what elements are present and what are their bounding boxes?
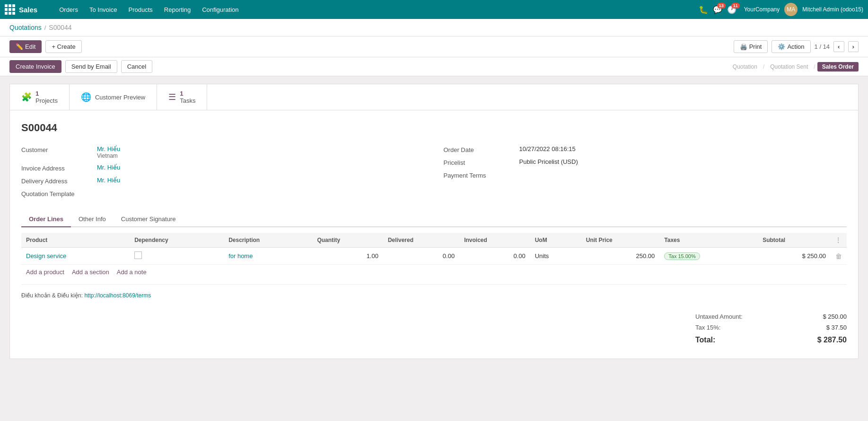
pricelist-field: Pricelist Public Pricelist (USD) (444, 158, 847, 166)
edit-icon: ✏️ (16, 43, 23, 50)
col-header-product: Product (21, 233, 130, 248)
tab-order-lines[interactable]: Order Lines (21, 212, 71, 227)
form-card: S00044 Customer Mr. Hiếu Vietnam Invoice… (9, 110, 859, 359)
topnav-right: 🐛 💬 13 🕐 11 YourCompany MA Mitchell Admi… (699, 3, 863, 16)
customer-name[interactable]: Mr. Hiếu (97, 145, 120, 152)
grid-icon (5, 4, 15, 15)
breadcrumb: Quotations / S00044 (0, 19, 868, 36)
cell-description: for home (224, 248, 312, 265)
table-row: Design service for home 1.00 0.00 0.00 U… (21, 248, 847, 265)
status-step-sales-order: Sales Order (817, 62, 859, 72)
app-logo[interactable]: Sales (5, 4, 47, 15)
tasks-icon: ☰ (168, 92, 176, 102)
cell-product: Design service (21, 248, 130, 265)
cell-dependency (130, 248, 224, 265)
description-link[interactable]: for home (228, 252, 253, 260)
customer-field: Customer Mr. Hiếu Vietnam (21, 145, 425, 159)
order-date-field: Order Date 10/27/2022 08:16:15 (444, 145, 847, 153)
col-header-actions: ⋮ (831, 233, 847, 248)
create-button[interactable]: + Create (45, 40, 81, 53)
tabs: Order Lines Other Info Customer Signatur… (21, 212, 847, 227)
globe-icon: 🌐 (81, 92, 91, 102)
add-section-link[interactable]: Add a section (72, 269, 109, 276)
avatar[interactable]: MA (784, 3, 798, 16)
menu-reporting[interactable]: Reporting (159, 4, 195, 15)
menu-configuration[interactable]: Configuration (197, 4, 243, 15)
top-menu: Orders To Invoice Products Reporting Con… (54, 4, 698, 15)
order-lines-table: Product Dependency Description Quantity … (21, 233, 847, 265)
terms-section: Điều khoản & Điều kiện: http://localhost… (21, 292, 847, 299)
send-email-button[interactable]: Send by Email (65, 60, 117, 73)
add-note-link[interactable]: Add a note (117, 269, 147, 276)
breadcrumb-current: S00044 (49, 24, 71, 31)
totals-section: Untaxed Amount: $ 250.00 Tax 15%: $ 37.5… (21, 306, 847, 347)
invoice-address-field: Invoice Address Mr. Hiếu (21, 164, 425, 172)
cell-unit-price: 250.00 (581, 248, 660, 265)
messages-button[interactable]: 💬 13 (713, 5, 722, 14)
prev-button[interactable]: ‹ (833, 41, 844, 52)
company-name: YourCompany (744, 6, 780, 13)
smart-buttons-bar: 🧩 1 Projects 🌐 Customer Preview ☰ 1 Task… (9, 84, 859, 110)
menu-orders[interactable]: Orders (54, 4, 83, 15)
activities-badge: 11 (731, 3, 740, 9)
terms-link[interactable]: http://localhost:8069/terms (84, 292, 151, 299)
table-more-icon[interactable]: ⋮ (835, 237, 841, 243)
invoice-address[interactable]: Mr. Hiếu (97, 164, 120, 171)
untaxed-amount-row: Untaxed Amount: $ 250.00 (695, 311, 847, 322)
cancel-button[interactable]: Cancel (121, 60, 152, 73)
tab-other-info[interactable]: Other Info (71, 212, 114, 227)
menu-products[interactable]: Products (123, 4, 157, 15)
total-value: $ 287.50 (817, 336, 847, 344)
username: Mitchell Admin (odoo15) (802, 6, 863, 13)
dependency-checkbox[interactable] (134, 251, 142, 259)
cell-quantity: 1.00 (312, 248, 383, 265)
action-button[interactable]: ⚙️ Action (772, 40, 810, 53)
cell-delete: 🗑 (831, 248, 847, 265)
menu-to-invoice[interactable]: To Invoice (85, 4, 122, 15)
create-invoice-button[interactable]: Create Invoice (9, 60, 61, 73)
app-name: Sales (19, 6, 37, 14)
terms-label: Điều khoản & Điều kiện: (21, 292, 83, 299)
product-link[interactable]: Design service (26, 252, 66, 260)
status-step-sent: Quotation Sent (766, 62, 812, 72)
tax-row: Tax 15%: $ 37.50 (695, 322, 847, 333)
cell-taxes: Tax 15.00% (659, 248, 758, 265)
activities-button[interactable]: 🕐 11 (727, 5, 736, 14)
breadcrumb-parent[interactable]: Quotations (9, 24, 42, 31)
untaxed-label: Untaxed Amount: (695, 313, 743, 320)
action-bar: ✏️ Edit + Create 🖨️ Print ⚙️ Action 1 / … (0, 36, 868, 57)
next-button[interactable]: › (848, 41, 859, 52)
delivery-address[interactable]: Mr. Hiếu (97, 177, 120, 184)
cell-invoiced: 0.00 (459, 248, 530, 265)
smart-btn-tasks[interactable]: ☰ 1 Tasks (157, 84, 207, 110)
payment-terms-field: Payment Terms (444, 171, 847, 179)
tax-badge: Tax 15.00% (664, 252, 700, 260)
add-row-actions: Add a product Add a section Add a note (21, 265, 847, 279)
cell-subtotal: $ 250.00 (758, 248, 831, 265)
print-button[interactable]: 🖨️ Print (734, 40, 768, 53)
col-header-subtotal: Subtotal (758, 233, 831, 248)
untaxed-value: $ 250.00 (823, 313, 847, 320)
quotation-template-field: Quotation Template (21, 189, 425, 197)
print-icon: 🖨️ (740, 43, 747, 50)
col-header-unit-price: Unit Price (581, 233, 660, 248)
total-row: Total: $ 287.50 (695, 333, 847, 347)
smart-btn-projects[interactable]: 🧩 1 Projects (10, 84, 70, 110)
breadcrumb-separator: / (44, 24, 46, 31)
add-product-link[interactable]: Add a product (26, 269, 64, 276)
top-navigation: Sales Orders To Invoice Products Reporti… (0, 0, 868, 19)
tab-customer-signature[interactable]: Customer Signature (114, 212, 184, 227)
col-header-dependency: Dependency (130, 233, 224, 248)
col-header-taxes: Taxes (659, 233, 758, 248)
row-delete-icon[interactable]: 🗑 (835, 252, 842, 260)
col-header-delivered: Delivered (383, 233, 459, 248)
customer-country: Vietnam (97, 152, 425, 159)
form-fields: Customer Mr. Hiếu Vietnam Invoice Addres… (21, 145, 847, 202)
workflow-actions: Create Invoice Send by Email Cancel (9, 60, 152, 73)
smart-btn-customer-preview[interactable]: 🌐 Customer Preview (70, 84, 157, 110)
edit-button[interactable]: ✏️ Edit (9, 40, 42, 53)
col-header-invoiced: Invoiced (459, 233, 530, 248)
bug-icon-button[interactable]: 🐛 (699, 5, 708, 14)
workflow-bar: Create Invoice Send by Email Cancel Quot… (0, 57, 868, 76)
puzzle-icon: 🧩 (21, 92, 32, 102)
